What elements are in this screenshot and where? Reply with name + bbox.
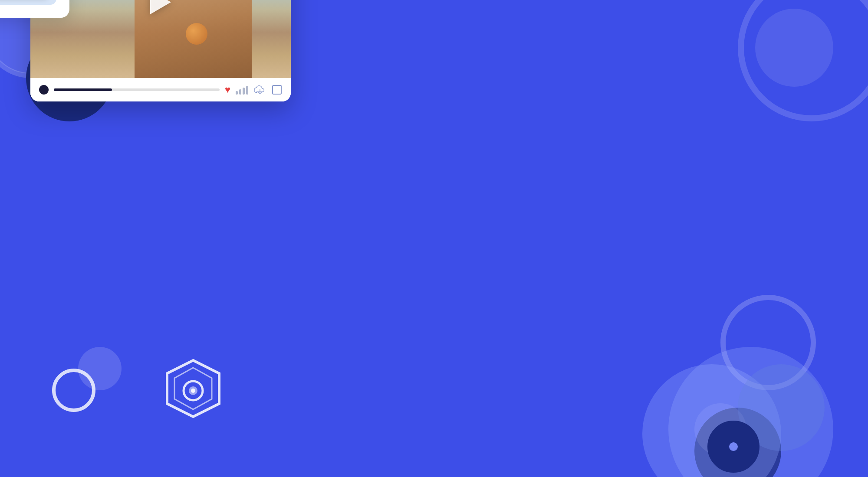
progress-bar-fill	[54, 88, 112, 91]
heart-icon[interactable]: ♥	[225, 84, 230, 95]
cloud-download-icon[interactable]	[253, 85, 266, 95]
logo-hexagon	[165, 358, 221, 425]
fullscreen-icon[interactable]	[272, 85, 282, 95]
bg-deco-circle-3	[755, 9, 833, 87]
volume-bar-3	[243, 88, 245, 95]
progress-bar[interactable]	[54, 88, 220, 91]
bg-deco-bottom-3	[707, 421, 760, 473]
svg-point-6	[191, 389, 195, 393]
volume-bar-1	[236, 91, 238, 95]
play-button[interactable]	[150, 0, 171, 14]
bg-deco-circle-4	[738, 0, 868, 121]
bg-deco-circle-10	[52, 369, 95, 412]
video-controls: ♥	[30, 78, 291, 101]
volume-bar-2	[239, 89, 241, 95]
volume-icon	[236, 85, 248, 95]
media-grid	[0, 0, 56, 5]
bg-deco-circle-9	[78, 347, 122, 390]
video-player-card: ♥	[30, 0, 291, 101]
volume-bar-4	[246, 86, 248, 95]
media-library-card: Media Library	[0, 0, 69, 18]
progress-dot	[39, 85, 49, 95]
video-frame	[30, 0, 291, 78]
svg-rect-1	[273, 85, 281, 94]
